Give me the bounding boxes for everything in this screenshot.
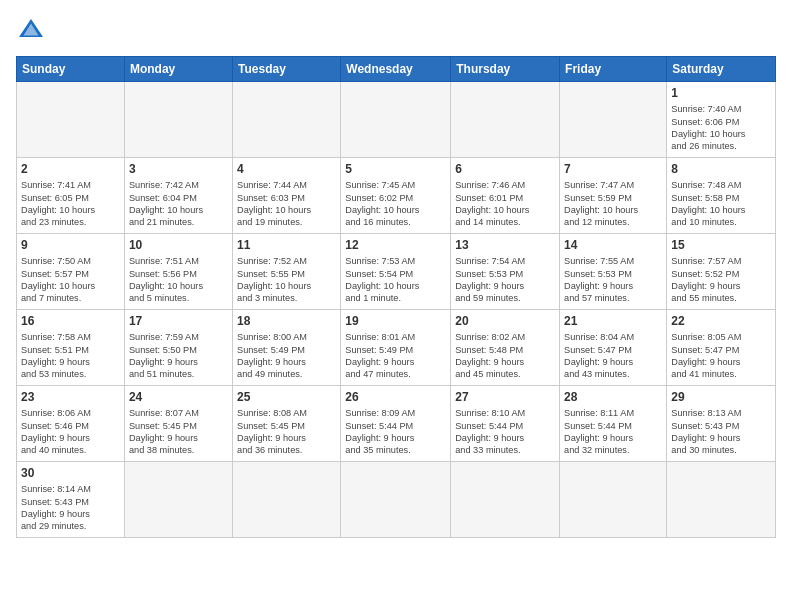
calendar-week-row: 30Sunrise: 8:14 AM Sunset: 5:43 PM Dayli… [17, 462, 776, 538]
calendar-cell: 18Sunrise: 8:00 AM Sunset: 5:49 PM Dayli… [233, 310, 341, 386]
calendar-week-row: 23Sunrise: 8:06 AM Sunset: 5:46 PM Dayli… [17, 386, 776, 462]
calendar-cell: 29Sunrise: 8:13 AM Sunset: 5:43 PM Dayli… [667, 386, 776, 462]
day-info: Sunrise: 8:06 AM Sunset: 5:46 PM Dayligh… [21, 407, 120, 457]
calendar-week-row: 2Sunrise: 7:41 AM Sunset: 6:05 PM Daylig… [17, 158, 776, 234]
calendar-cell: 12Sunrise: 7:53 AM Sunset: 5:54 PM Dayli… [341, 234, 451, 310]
calendar-cell: 9Sunrise: 7:50 AM Sunset: 5:57 PM Daylig… [17, 234, 125, 310]
weekday-header-wednesday: Wednesday [341, 57, 451, 82]
day-number: 15 [671, 237, 771, 253]
calendar-cell: 8Sunrise: 7:48 AM Sunset: 5:58 PM Daylig… [667, 158, 776, 234]
day-number: 22 [671, 313, 771, 329]
day-info: Sunrise: 7:44 AM Sunset: 6:03 PM Dayligh… [237, 179, 336, 229]
day-info: Sunrise: 8:02 AM Sunset: 5:48 PM Dayligh… [455, 331, 555, 381]
day-info: Sunrise: 8:00 AM Sunset: 5:49 PM Dayligh… [237, 331, 336, 381]
day-number: 17 [129, 313, 228, 329]
weekday-header-friday: Friday [560, 57, 667, 82]
calendar-cell [124, 82, 232, 158]
header [16, 16, 776, 46]
calendar-cell: 5Sunrise: 7:45 AM Sunset: 6:02 PM Daylig… [341, 158, 451, 234]
day-number: 18 [237, 313, 336, 329]
day-number: 28 [564, 389, 662, 405]
day-info: Sunrise: 7:51 AM Sunset: 5:56 PM Dayligh… [129, 255, 228, 305]
day-info: Sunrise: 8:10 AM Sunset: 5:44 PM Dayligh… [455, 407, 555, 457]
day-info: Sunrise: 7:50 AM Sunset: 5:57 PM Dayligh… [21, 255, 120, 305]
weekday-header-monday: Monday [124, 57, 232, 82]
calendar-cell [560, 82, 667, 158]
calendar-cell: 21Sunrise: 8:04 AM Sunset: 5:47 PM Dayli… [560, 310, 667, 386]
weekday-header-tuesday: Tuesday [233, 57, 341, 82]
calendar-cell: 3Sunrise: 7:42 AM Sunset: 6:04 PM Daylig… [124, 158, 232, 234]
day-info: Sunrise: 7:59 AM Sunset: 5:50 PM Dayligh… [129, 331, 228, 381]
calendar-cell: 25Sunrise: 8:08 AM Sunset: 5:45 PM Dayli… [233, 386, 341, 462]
day-info: Sunrise: 8:01 AM Sunset: 5:49 PM Dayligh… [345, 331, 446, 381]
day-info: Sunrise: 8:05 AM Sunset: 5:47 PM Dayligh… [671, 331, 771, 381]
day-number: 7 [564, 161, 662, 177]
calendar-cell: 2Sunrise: 7:41 AM Sunset: 6:05 PM Daylig… [17, 158, 125, 234]
day-info: Sunrise: 7:47 AM Sunset: 5:59 PM Dayligh… [564, 179, 662, 229]
day-info: Sunrise: 7:42 AM Sunset: 6:04 PM Dayligh… [129, 179, 228, 229]
day-info: Sunrise: 7:41 AM Sunset: 6:05 PM Dayligh… [21, 179, 120, 229]
calendar-cell: 13Sunrise: 7:54 AM Sunset: 5:53 PM Dayli… [451, 234, 560, 310]
calendar-cell: 17Sunrise: 7:59 AM Sunset: 5:50 PM Dayli… [124, 310, 232, 386]
weekday-header-thursday: Thursday [451, 57, 560, 82]
day-number: 4 [237, 161, 336, 177]
day-number: 5 [345, 161, 446, 177]
day-info: Sunrise: 8:07 AM Sunset: 5:45 PM Dayligh… [129, 407, 228, 457]
calendar-cell [233, 82, 341, 158]
day-number: 12 [345, 237, 446, 253]
day-number: 26 [345, 389, 446, 405]
day-info: Sunrise: 8:09 AM Sunset: 5:44 PM Dayligh… [345, 407, 446, 457]
calendar-cell: 7Sunrise: 7:47 AM Sunset: 5:59 PM Daylig… [560, 158, 667, 234]
day-number: 13 [455, 237, 555, 253]
day-info: Sunrise: 7:46 AM Sunset: 6:01 PM Dayligh… [455, 179, 555, 229]
day-info: Sunrise: 8:04 AM Sunset: 5:47 PM Dayligh… [564, 331, 662, 381]
calendar-cell: 26Sunrise: 8:09 AM Sunset: 5:44 PM Dayli… [341, 386, 451, 462]
calendar-cell: 1Sunrise: 7:40 AM Sunset: 6:06 PM Daylig… [667, 82, 776, 158]
calendar-cell: 10Sunrise: 7:51 AM Sunset: 5:56 PM Dayli… [124, 234, 232, 310]
calendar-cell [233, 462, 341, 538]
day-number: 11 [237, 237, 336, 253]
calendar-cell: 16Sunrise: 7:58 AM Sunset: 5:51 PM Dayli… [17, 310, 125, 386]
calendar-cell: 24Sunrise: 8:07 AM Sunset: 5:45 PM Dayli… [124, 386, 232, 462]
calendar-cell [560, 462, 667, 538]
day-info: Sunrise: 7:52 AM Sunset: 5:55 PM Dayligh… [237, 255, 336, 305]
day-info: Sunrise: 7:45 AM Sunset: 6:02 PM Dayligh… [345, 179, 446, 229]
calendar-cell: 15Sunrise: 7:57 AM Sunset: 5:52 PM Dayli… [667, 234, 776, 310]
calendar-cell: 27Sunrise: 8:10 AM Sunset: 5:44 PM Dayli… [451, 386, 560, 462]
calendar-cell: 4Sunrise: 7:44 AM Sunset: 6:03 PM Daylig… [233, 158, 341, 234]
calendar-cell: 23Sunrise: 8:06 AM Sunset: 5:46 PM Dayli… [17, 386, 125, 462]
calendar-cell: 30Sunrise: 8:14 AM Sunset: 5:43 PM Dayli… [17, 462, 125, 538]
calendar-cell: 19Sunrise: 8:01 AM Sunset: 5:49 PM Dayli… [341, 310, 451, 386]
day-number: 14 [564, 237, 662, 253]
day-number: 29 [671, 389, 771, 405]
day-number: 21 [564, 313, 662, 329]
weekday-header-saturday: Saturday [667, 57, 776, 82]
day-number: 27 [455, 389, 555, 405]
day-number: 1 [671, 85, 771, 101]
day-number: 25 [237, 389, 336, 405]
logo-icon [16, 16, 46, 46]
calendar-cell: 6Sunrise: 7:46 AM Sunset: 6:01 PM Daylig… [451, 158, 560, 234]
weekday-header-sunday: Sunday [17, 57, 125, 82]
calendar-cell: 22Sunrise: 8:05 AM Sunset: 5:47 PM Dayli… [667, 310, 776, 386]
day-number: 10 [129, 237, 228, 253]
calendar-cell [341, 462, 451, 538]
day-number: 24 [129, 389, 228, 405]
calendar-cell [17, 82, 125, 158]
day-number: 20 [455, 313, 555, 329]
day-info: Sunrise: 7:55 AM Sunset: 5:53 PM Dayligh… [564, 255, 662, 305]
calendar-week-row: 1Sunrise: 7:40 AM Sunset: 6:06 PM Daylig… [17, 82, 776, 158]
day-number: 6 [455, 161, 555, 177]
day-number: 30 [21, 465, 120, 481]
day-number: 19 [345, 313, 446, 329]
page: SundayMondayTuesdayWednesdayThursdayFrid… [0, 0, 792, 612]
day-number: 9 [21, 237, 120, 253]
day-info: Sunrise: 7:57 AM Sunset: 5:52 PM Dayligh… [671, 255, 771, 305]
calendar-cell [451, 462, 560, 538]
day-number: 2 [21, 161, 120, 177]
logo [16, 16, 50, 46]
calendar-table: SundayMondayTuesdayWednesdayThursdayFrid… [16, 56, 776, 538]
day-number: 8 [671, 161, 771, 177]
day-info: Sunrise: 8:08 AM Sunset: 5:45 PM Dayligh… [237, 407, 336, 457]
calendar-cell: 20Sunrise: 8:02 AM Sunset: 5:48 PM Dayli… [451, 310, 560, 386]
